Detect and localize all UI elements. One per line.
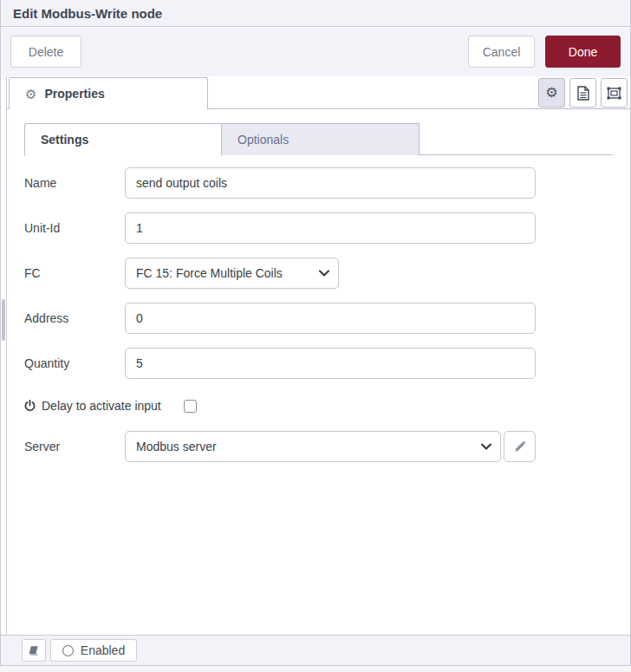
fc-select-value: FC 15: Force Multiple Coils xyxy=(136,266,283,280)
done-button[interactable]: Done xyxy=(545,36,621,68)
address-label: Address xyxy=(24,311,125,325)
unit-id-label: Unit-Id xyxy=(24,221,125,235)
delete-button[interactable]: Delete xyxy=(10,36,81,68)
server-select[interactable]: Modbus server xyxy=(125,431,501,462)
edit-node-dialog: Edit Modbus-Write node Delete Cancel Don… xyxy=(0,0,631,666)
appearance-icon-button[interactable] xyxy=(601,78,628,108)
server-row: Server Modbus server xyxy=(24,431,613,462)
document-icon xyxy=(577,86,589,101)
object-group-icon xyxy=(607,87,621,100)
power-icon xyxy=(24,400,36,412)
tab-settings-label: Settings xyxy=(41,133,88,147)
tab-properties-label: Properties xyxy=(44,87,104,101)
form-container: Settings Optionals Name Unit-Id FC F xyxy=(7,123,630,462)
fc-row: FC FC 15: Force Multiple Coils xyxy=(24,258,613,289)
tab-properties[interactable]: ⚙ Properties xyxy=(9,77,208,109)
server-edit-button[interactable] xyxy=(504,431,536,462)
quantity-row: Quantity xyxy=(24,348,613,379)
dialog-title: Edit Modbus-Write node xyxy=(13,6,162,21)
quantity-label: Quantity xyxy=(24,356,125,370)
dialog-content: ⚙ Properties ⚙ xyxy=(6,76,630,635)
fc-select[interactable]: FC 15: Force Multiple Coils xyxy=(125,258,339,289)
gear-icon: ⚙ xyxy=(25,88,36,101)
dialog-footer: Enabled xyxy=(1,635,630,666)
tab-settings[interactable]: Settings xyxy=(24,123,222,156)
name-row: Name xyxy=(24,167,613,199)
book-icon xyxy=(28,645,40,656)
node-enabled-toggle[interactable]: Enabled xyxy=(50,639,137,662)
delay-label: Delay to activate input xyxy=(42,399,161,413)
delay-checkbox[interactable] xyxy=(184,400,197,413)
enabled-label: Enabled xyxy=(81,643,125,657)
fc-label: FC xyxy=(24,266,125,280)
left-scrollbar-thumb[interactable] xyxy=(2,299,5,341)
address-row: Address xyxy=(24,303,613,334)
tab-optionals-label: Optionals xyxy=(237,133,289,147)
circle-icon xyxy=(62,645,74,656)
gear-icon: ⚙ xyxy=(545,86,557,100)
dialog-header: Edit Modbus-Write node xyxy=(1,0,630,27)
settings-tab-bar: Settings Optionals xyxy=(24,123,613,155)
editor-tab-row: ⚙ Properties ⚙ xyxy=(7,76,630,109)
name-label: Name xyxy=(24,176,125,190)
server-label: Server xyxy=(24,440,125,453)
editor-tab-toolbar: ⚙ xyxy=(538,78,628,108)
address-input[interactable] xyxy=(125,303,536,334)
dialog-button-bar: Delete Cancel Done xyxy=(1,27,630,76)
description-icon-button[interactable] xyxy=(569,78,596,108)
chevron-down-icon xyxy=(319,270,329,277)
delay-row: Delay to activate input xyxy=(24,395,613,417)
quantity-input[interactable] xyxy=(125,348,536,379)
server-select-value: Modbus server xyxy=(136,440,217,453)
tab-optionals[interactable]: Optionals xyxy=(222,123,420,155)
cancel-button[interactable]: Cancel xyxy=(468,36,535,68)
unit-id-row: Unit-Id xyxy=(24,212,613,244)
name-input[interactable] xyxy=(125,167,536,199)
delay-label-group: Delay to activate input xyxy=(24,399,161,413)
unit-id-input[interactable] xyxy=(125,212,536,244)
chevron-down-icon xyxy=(481,443,491,450)
pencil-icon xyxy=(513,440,526,453)
docs-button[interactable] xyxy=(22,639,46,662)
properties-icon-button[interactable]: ⚙ xyxy=(538,78,565,108)
